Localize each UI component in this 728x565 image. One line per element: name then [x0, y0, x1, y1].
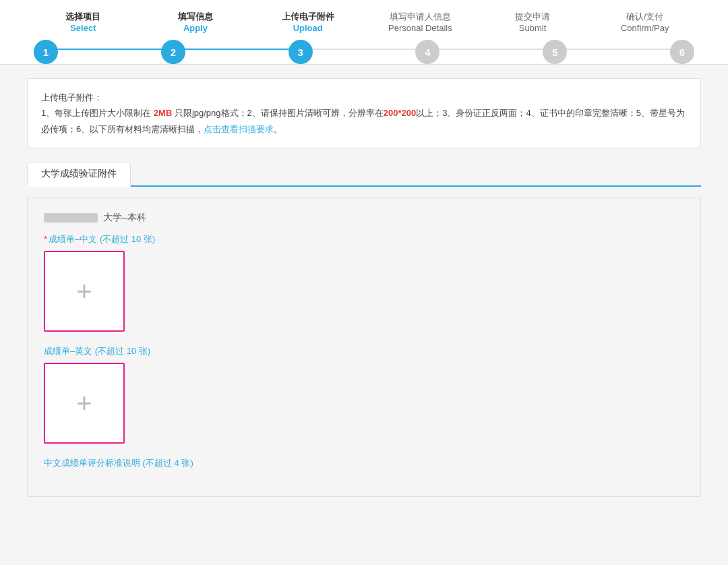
file-group-chinese-transcript: *成绩单–中文 (不超过 10 张) + — [44, 233, 684, 332]
step-circle-5: 5 — [543, 40, 567, 64]
university-label: 大学–本科 — [44, 212, 684, 224]
university-label-suffix: 大学–本科 — [103, 212, 146, 224]
step-2-zh: 填写信息 — [140, 11, 252, 23]
steps-labels: 选择项目 Select 填写信息 Apply 上传电子附件 Upload 填写申… — [27, 11, 701, 33]
step-1-zh: 选择项目 — [27, 11, 140, 23]
step-label-3: 上传电子附件 Upload — [251, 11, 364, 33]
step-5-zh: 提交申请 — [477, 11, 589, 23]
step-6-zh: 确认/支付 — [588, 11, 701, 23]
grading-standard-label: 中文成绩单评分标准说明 (不超过 4 张) — [44, 457, 684, 469]
steps-header: 选择项目 Select 填写信息 Apply 上传电子附件 Upload 填写申… — [0, 0, 728, 65]
step-5-en: Submit — [477, 23, 589, 33]
english-transcript-upload-box[interactable]: + — [44, 363, 125, 444]
step-label-2: 填写信息 Apply — [140, 11, 252, 33]
file-group-english-transcript: 成绩单–英文 (不超过 10 张) + — [44, 345, 684, 444]
notice-text-before-2mb: 1、每张上传图片大小限制在 — [41, 108, 154, 118]
tab-university-transcript[interactable]: 大学成绩验证附件 — [27, 162, 131, 187]
university-name-placeholder — [44, 213, 98, 222]
notice-scan-link[interactable]: 点击查看扫描要求 — [204, 124, 274, 134]
plus-icon-2: + — [76, 390, 92, 417]
chinese-transcript-label: *成绩单–中文 (不超过 10 张) — [44, 233, 684, 245]
step-3-en: Upload — [251, 23, 364, 33]
upload-section: 大学–本科 *成绩单–中文 (不超过 10 张) + 成绩单–英文 (不超过 1… — [27, 198, 701, 497]
step-label-1: 选择项目 Select — [27, 11, 140, 33]
notice-size-limit: 2MB — [154, 108, 172, 118]
step-circle-3: 3 — [289, 40, 313, 64]
step-1-en: Select — [27, 23, 140, 33]
notice-title: 上传电子附件： — [41, 92, 102, 102]
step-2-en: Apply — [140, 23, 252, 33]
tab-container: 大学成绩验证附件 — [27, 162, 701, 187]
step-4-en: Personal Details — [364, 23, 477, 33]
tab-bar: 大学成绩验证附件 — [27, 162, 701, 187]
notice-suffix: 。 — [274, 124, 282, 134]
step-label-4: 填写申请人信息 Personal Details — [364, 11, 477, 33]
step-3-zh: 上传电子附件 — [251, 11, 364, 23]
step-6-en: Confirm/Pay — [588, 23, 701, 33]
step-label-5: 提交申请 Submit — [477, 11, 589, 33]
required-star-1: * — [44, 234, 47, 244]
file-group-grading-standard: 中文成绩单评分标准说明 (不超过 4 张) — [44, 457, 684, 469]
notice-text-after-2mb: 只限jpg/png格式；2、请保持图片清晰可辨，分辨率在 — [172, 108, 384, 118]
step-label-6: 确认/支付 Confirm/Pay — [588, 11, 701, 33]
step-circle-4: 4 — [415, 40, 439, 64]
step-circle-2: 2 — [161, 40, 185, 64]
step-circle-1: 1 — [34, 40, 58, 64]
main-content: 上传电子附件： 1、每张上传图片大小限制在 2MB 只限jpg/png格式；2、… — [0, 65, 728, 510]
plus-icon-1: + — [76, 278, 92, 305]
english-transcript-label: 成绩单–英文 (不超过 10 张) — [44, 345, 684, 357]
step-circle-6: 6 — [670, 40, 694, 64]
upload-notice: 上传电子附件： 1、每张上传图片大小限制在 2MB 只限jpg/png格式；2、… — [27, 78, 701, 148]
step-4-zh: 填写申请人信息 — [364, 11, 477, 23]
notice-resolution: 200*200 — [384, 108, 416, 118]
chinese-transcript-upload-box[interactable]: + — [44, 251, 125, 332]
steps-progress-bar: 1 2 3 4 5 6 — [27, 40, 701, 64]
